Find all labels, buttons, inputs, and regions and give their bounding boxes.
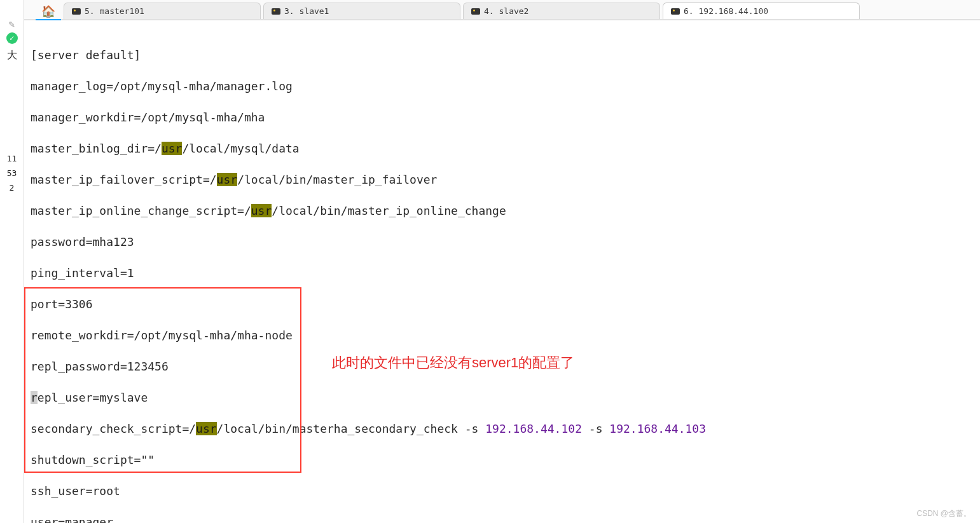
tab-slave2[interactable]: 4. slave2: [463, 3, 660, 19]
ip-address: 192.168.44.102: [485, 422, 582, 435]
sidebar-number: 2: [10, 183, 15, 193]
cursor-select: r: [31, 391, 38, 404]
code-line: port=3306: [31, 297, 974, 313]
key-icon: [272, 8, 280, 15]
sidebar-number: 11: [7, 154, 17, 163]
tab-label: 6. 192.168.44.100: [684, 6, 768, 16]
code-line: repl_user=myslave: [31, 390, 974, 406]
code-line: secondary_check_script=/usr/local/bin/ma…: [31, 421, 974, 437]
code-line: ping_interval=1: [31, 266, 974, 282]
ip-address: 192.168.44.103: [609, 422, 706, 435]
key-icon: [72, 8, 81, 15]
code-line: [server default]: [31, 48, 974, 64]
left-sidebar: ✎ ✓ 大 11 53 2: [0, 0, 24, 523]
tab-192-168-44-100[interactable]: 6. 192.168.44.100: [663, 3, 860, 19]
key-icon: [471, 8, 480, 15]
edit-icon: ✎: [9, 18, 15, 30]
code-line: user=manager: [31, 515, 974, 524]
highlight-usr: usr: [251, 204, 272, 217]
highlight-usr: usr: [162, 142, 183, 155]
highlight-usr: usr: [196, 422, 217, 435]
code-line: manager_workdir=/opt/mysql-mha/mha: [31, 110, 974, 126]
tab-label: 3. slave1: [284, 6, 329, 16]
ime-indicator: 大: [7, 49, 17, 62]
check-icon: ✓: [6, 32, 18, 44]
tab-label: 5. master101: [85, 6, 144, 16]
key-icon: [671, 8, 680, 15]
code-line: shutdown_script="": [31, 452, 974, 468]
tab-master101[interactable]: 5. master101: [64, 3, 261, 19]
highlight-usr: usr: [217, 173, 238, 186]
code-line: master_ip_online_change_script=/usr/loca…: [31, 203, 974, 219]
home-icon[interactable]: 🏠: [36, 3, 61, 20]
code-line: master_binlog_dir=/usr/local/mysql/data: [31, 141, 974, 157]
watermark-text: CSDN @含蓄。: [916, 508, 971, 519]
tab-label: 4. slave2: [484, 6, 528, 16]
tab-slave1[interactable]: 3. slave1: [263, 3, 460, 19]
main-area: 🏠 5. master101 3. slave1 4. slave2 6. 19…: [24, 0, 980, 523]
code-line: master_ip_failover_script=/usr/local/bin…: [31, 172, 974, 188]
code-line: ssh_user=root: [31, 484, 974, 499]
annotation-text: 此时的文件中已经没有server1的配置了: [332, 353, 574, 372]
sidebar-number: 53: [7, 168, 17, 178]
code-line: password=mha123: [31, 234, 974, 250]
editor-content[interactable]: [server default] manager_log=/opt/mysql-…: [24, 20, 980, 523]
tab-bar: 🏠 5. master101 3. slave1 4. slave2 6. 19…: [24, 0, 980, 20]
code-line: manager_log=/opt/mysql-mha/manager.log: [31, 79, 974, 95]
code-line: remote_workdir=/opt/mysql-mha/mha-node: [31, 328, 974, 344]
